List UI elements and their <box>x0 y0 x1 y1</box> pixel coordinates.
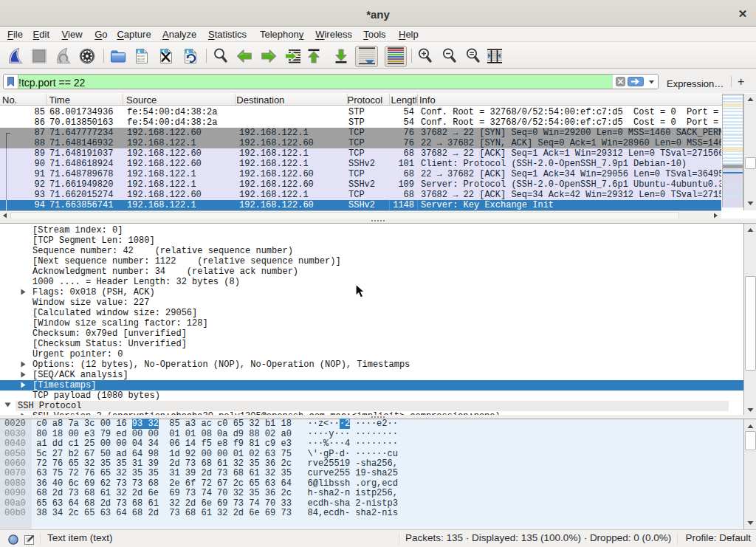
svg-text:0111: 0111 <box>137 60 145 63</box>
svg-text:011: 011 <box>186 59 192 62</box>
